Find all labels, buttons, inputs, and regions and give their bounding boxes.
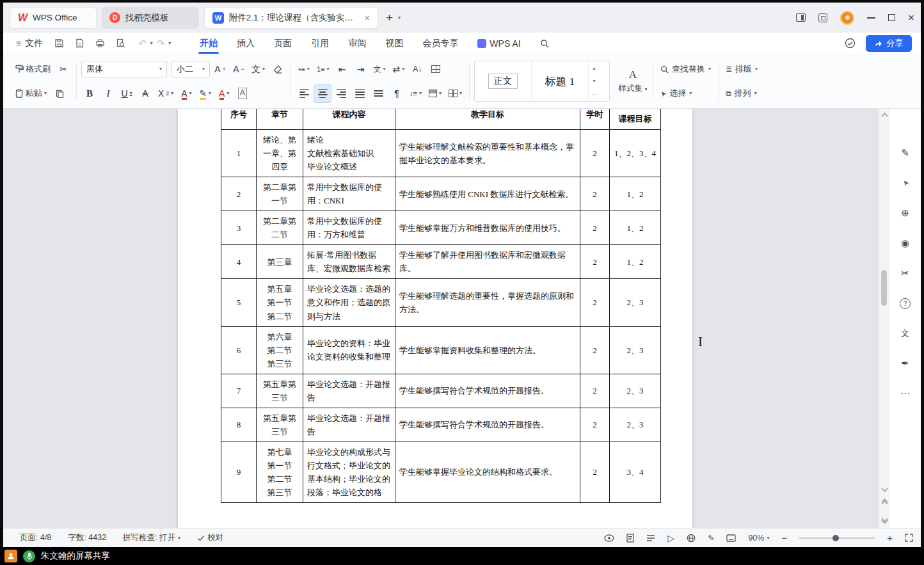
minimize-button[interactable] xyxy=(867,17,875,19)
strikethrough-button[interactable]: A xyxy=(137,85,154,102)
cell-content[interactable]: 毕业论文的资料：毕业论文资料的收集和整理 xyxy=(303,326,395,374)
select-button[interactable]: ➤ 选择▾ xyxy=(658,83,713,104)
redo-caret-icon[interactable]: ▾ xyxy=(168,41,171,46)
cell-hours[interactable]: 2 xyxy=(580,408,610,442)
cell-no[interactable]: 9 xyxy=(221,442,257,502)
italic-button[interactable]: I xyxy=(100,85,116,102)
arrange-button[interactable]: ⧉ 排列▾ xyxy=(723,83,760,104)
preview-eye-icon[interactable] xyxy=(604,534,614,542)
bold-button[interactable]: B xyxy=(81,85,98,102)
redo-icon[interactable]: ↷ xyxy=(157,38,165,49)
cell-hours[interactable]: 2 xyxy=(580,442,610,502)
cell-hours[interactable]: 2 xyxy=(580,245,610,279)
panel-translate-icon[interactable]: 文 xyxy=(898,326,912,340)
tab-page[interactable]: 页面 xyxy=(264,33,301,54)
app-center-icon[interactable] xyxy=(818,13,827,22)
cell-objective[interactable]: 学生能够撰写符合学术规范的开题报告。 xyxy=(395,408,580,442)
zoom-slider-thumb[interactable] xyxy=(832,535,839,541)
cell-objective[interactable]: 学生能够了解并使用图书数据库和宏微观数据库。 xyxy=(395,245,580,279)
increase-font-button[interactable]: A+ xyxy=(212,61,228,78)
increase-indent-button[interactable]: ⇥ xyxy=(353,61,369,78)
panel-help-icon[interactable]: ? xyxy=(898,296,912,310)
cut-button[interactable]: ✂ xyxy=(55,61,72,78)
copy-button[interactable] xyxy=(51,85,68,102)
panel-tools-icon[interactable]: ✂ xyxy=(898,266,912,280)
tab-review[interactable]: 审阅 xyxy=(339,33,376,54)
document-page[interactable]: 序号 章节 课程内容 教学目标 学时 课程目标 xyxy=(178,109,692,528)
font-size-select[interactable]: 小二▾ xyxy=(171,61,210,77)
phonetic-guide-button[interactable]: 文▾ xyxy=(249,61,267,78)
cell-goals[interactable]: 3、4 xyxy=(610,442,661,502)
cell-hours[interactable]: 2 xyxy=(580,177,610,211)
undo-icon[interactable]: ↶ xyxy=(138,38,147,49)
header-chapter[interactable]: 章节 xyxy=(257,109,303,130)
cell-chapter[interactable]: 第六章 第二节 第三节 xyxy=(257,326,303,374)
cell-chapter[interactable]: 第五章第三节 xyxy=(257,374,303,408)
underline-button[interactable]: U▾ xyxy=(118,85,135,102)
cell-goals[interactable]: 1、2、3、4 xyxy=(610,130,661,177)
panel-signature-icon[interactable]: ✒ xyxy=(898,356,912,370)
approval-check-icon[interactable] xyxy=(845,38,856,49)
clear-format-button[interactable] xyxy=(269,61,286,78)
side-panel-icon[interactable] xyxy=(796,13,806,22)
borders-button[interactable]: ▾ xyxy=(446,85,465,102)
char-shading-button[interactable]: A▾ xyxy=(216,85,232,102)
new-tab-button[interactable]: + xyxy=(386,11,393,25)
cell-no[interactable]: 3 xyxy=(221,211,257,245)
cell-content[interactable]: 常用中文数据库的使用：万方和维普 xyxy=(303,211,395,245)
header-no[interactable]: 序号 xyxy=(221,109,257,130)
cell-chapter[interactable]: 第二章第二节 xyxy=(257,211,303,245)
outline-view-icon[interactable] xyxy=(646,534,655,542)
cell-chapter[interactable]: 第二章第一节 xyxy=(257,177,303,211)
vertical-scrollbar[interactable] xyxy=(879,109,889,528)
sort-button[interactable]: A↓ xyxy=(409,61,426,78)
file-menu-button[interactable]: ≡ 文件 xyxy=(16,38,43,49)
zoom-slider[interactable] xyxy=(799,537,875,539)
print-icon[interactable] xyxy=(95,38,105,48)
panel-stamp-icon[interactable]: ◉ xyxy=(898,236,912,250)
cell-objective[interactable]: 学生能够掌握毕业论文的结构和格式要求。 xyxy=(395,442,580,502)
paste-button[interactable]: 粘贴▾ xyxy=(12,85,49,102)
typeset-button[interactable]: ≣ 排版▾ xyxy=(723,59,760,79)
cell-no[interactable]: 7 xyxy=(221,374,257,408)
play-slideshow-icon[interactable]: ▷ xyxy=(667,533,674,543)
char-border-button[interactable]: A xyxy=(234,85,251,102)
paragraph-layout-button[interactable]: ¶ xyxy=(388,85,405,102)
header-hours[interactable]: 学时 xyxy=(580,109,610,130)
cell-no[interactable]: 2 xyxy=(221,177,257,211)
tab-wps-home[interactable]: W WPS Office xyxy=(10,7,97,29)
user-avatar[interactable] xyxy=(840,11,854,25)
text-direction-button[interactable]: ⇄▾ xyxy=(390,61,408,78)
bullets-button[interactable]: •≡▾ xyxy=(296,61,312,78)
panel-adjust-icon[interactable]: ⊕ xyxy=(898,206,912,220)
fullscreen-icon[interactable] xyxy=(905,534,913,542)
ink-edit-icon[interactable]: ✎ xyxy=(708,533,714,543)
cell-no[interactable]: 4 xyxy=(221,245,257,279)
cell-objective[interactable]: 学生能够掌握万方和维普数据库的使用技巧。 xyxy=(395,211,580,245)
cell-goals[interactable]: 2、3 xyxy=(610,374,661,408)
undo-caret-icon[interactable]: ▾ xyxy=(150,41,153,46)
style-body-text[interactable]: 正文 xyxy=(475,61,532,101)
cell-hours[interactable]: 2 xyxy=(580,211,610,245)
tab-member[interactable]: 会员专享 xyxy=(413,33,468,54)
microphone-icon[interactable] xyxy=(23,550,35,562)
highlight-button[interactable]: ✎▾ xyxy=(196,85,214,102)
gallery-more-icon[interactable]: ⋯ xyxy=(591,92,596,97)
header-goals[interactable]: 课程目标 xyxy=(610,109,661,130)
cell-goals[interactable]: 1、2 xyxy=(610,177,661,211)
cell-goals[interactable]: 2、3 xyxy=(610,279,661,326)
line-spacing-button[interactable]: ↕≡▾ xyxy=(407,85,424,102)
cell-objective[interactable]: 学生能够熟练使用 CNKI 数据库进行文献检索。 xyxy=(395,177,580,211)
tab-current-document[interactable]: W 附件2.1：理论课程（含实验实训） × xyxy=(204,7,378,29)
zoom-in-button[interactable]: + xyxy=(887,532,893,543)
tab-view[interactable]: 视图 xyxy=(376,33,413,54)
close-button[interactable]: × xyxy=(908,12,914,23)
tab-insert[interactable]: 插入 xyxy=(227,33,264,54)
word-count[interactable]: 字数: 4432 xyxy=(68,532,106,543)
superscript-button[interactable]: X2▾ xyxy=(155,85,176,102)
save-icon[interactable] xyxy=(54,38,64,48)
cell-chapter[interactable]: 第五章第三节 xyxy=(257,408,303,442)
cell-no[interactable]: 5 xyxy=(221,279,257,326)
decrease-indent-button[interactable]: ⇤ xyxy=(334,61,351,78)
panel-more-icon[interactable]: ⋯ xyxy=(898,386,912,401)
